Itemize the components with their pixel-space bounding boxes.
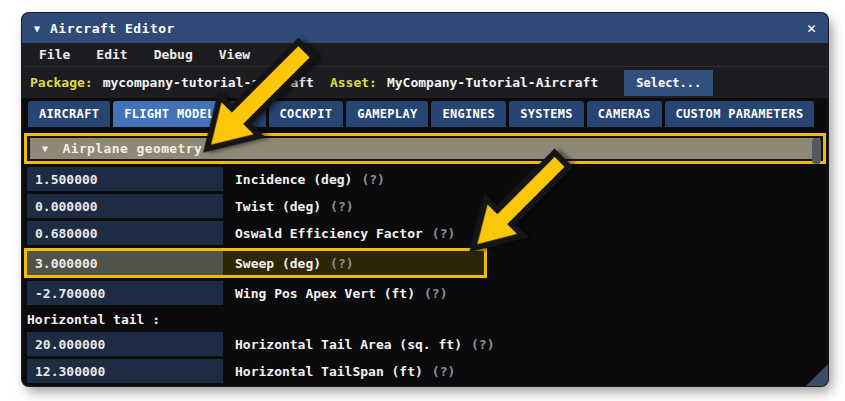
menu-file[interactable]: File (26, 47, 83, 62)
value-input[interactable] (27, 221, 223, 245)
package-value: mycompany-tutorial-aircraft (103, 75, 314, 90)
parameter-label: Twist (deg) (235, 199, 321, 214)
window-title: Aircraft Editor (50, 21, 807, 36)
menu-bar: File Edit Debug View (22, 43, 828, 66)
help-marker[interactable]: (?) (330, 256, 353, 271)
help-marker[interactable]: (?) (432, 226, 455, 241)
parameter-label: Horizontal Tail Area (sq. ft) (235, 337, 462, 352)
select-asset-button[interactable]: Select... (624, 70, 713, 96)
menu-debug[interactable]: Debug (141, 47, 206, 62)
section-highlight-annotation: ▼ Airplane geometry (24, 133, 826, 164)
window-collapse-icon[interactable]: ▼ (34, 23, 40, 34)
parameter-list: Incidence (deg)(?)Twist (deg)(?)Oswald E… (22, 167, 828, 386)
help-marker[interactable]: (?) (330, 199, 353, 214)
value-input[interactable] (27, 194, 223, 218)
package-row: Package: mycompany-tutorial-aircraft Ass… (22, 66, 828, 98)
value-input[interactable] (27, 167, 223, 191)
asset-label: Asset: (330, 75, 377, 90)
close-icon[interactable]: ✕ (807, 21, 816, 36)
parameter-label: Horizontal TailSpan (ft) (235, 364, 423, 379)
package-label: Package: (30, 75, 93, 90)
section-header-airplane-geometry[interactable]: ▼ Airplane geometry (30, 138, 820, 159)
value-input[interactable] (27, 359, 223, 383)
highlighted-row-annotation: Sweep (deg)(?) (24, 248, 487, 278)
tab-gameplay[interactable]: GAMEPLAY (346, 101, 428, 127)
parameter-row: Horizontal Tail Area (sq. ft)(?) (27, 332, 828, 356)
scrollbar-thumb[interactable] (812, 138, 821, 164)
screenshot-stage: ▼ Aircraft Editor ✕ File Edit Debug View… (0, 0, 845, 401)
parameter-label: Oswald Efficiency Factor (235, 226, 423, 241)
aircraft-editor-window: ▼ Aircraft Editor ✕ File Edit Debug View… (22, 13, 828, 386)
tab-bar: AIRCRAFTFLIGHT MODELAICOCKPITGAMEPLAYENG… (28, 101, 828, 127)
asset-value: MyCompany-Tutorial-Aircraft (387, 75, 598, 90)
resize-grip-handle[interactable] (805, 363, 828, 386)
menu-view[interactable]: View (206, 47, 263, 62)
subsection-label: Horizontal tail : (27, 311, 828, 329)
parameter-label: Sweep (deg) (235, 256, 321, 271)
parameter-label: Wing Pos Apex Vert (ft) (235, 286, 415, 301)
help-marker[interactable]: (?) (432, 364, 455, 379)
collapse-triangle-icon: ▼ (42, 143, 48, 154)
tab-cockpit[interactable]: COCKPIT (269, 101, 344, 127)
section-title: Airplane geometry (62, 141, 202, 156)
help-marker[interactable]: (?) (424, 286, 447, 301)
title-bar: ▼ Aircraft Editor ✕ (22, 13, 828, 43)
tab-ai[interactable]: AI (229, 101, 266, 127)
tab-flight-model[interactable]: FLIGHT MODEL (113, 101, 225, 127)
parameter-row: Twist (deg)(?) (27, 194, 828, 218)
tab-systems[interactable]: SYSTEMS (509, 101, 584, 127)
parameter-row: Horizontal TailSpan (ft)(?) (27, 359, 828, 383)
value-input[interactable] (27, 281, 223, 305)
parameter-row: Incidence (deg)(?) (27, 167, 828, 191)
parameter-label: Incidence (deg) (235, 172, 352, 187)
parameter-row: Oswald Efficiency Factor(?) (27, 221, 828, 245)
help-marker[interactable]: (?) (471, 337, 494, 352)
parameter-row: Sweep (deg)(?) (27, 251, 484, 275)
menu-edit[interactable]: Edit (83, 47, 140, 62)
tab-aircraft[interactable]: AIRCRAFT (28, 101, 110, 127)
tab-cameras[interactable]: CAMERAS (587, 101, 662, 127)
help-marker[interactable]: (?) (361, 172, 384, 187)
tab-custom-parameters[interactable]: CUSTOM PARAMETERS (665, 101, 815, 127)
tab-engines[interactable]: ENGINES (431, 101, 506, 127)
value-input[interactable] (27, 251, 223, 275)
parameter-row: Wing Pos Apex Vert (ft)(?) (27, 281, 828, 305)
value-input[interactable] (27, 332, 223, 356)
